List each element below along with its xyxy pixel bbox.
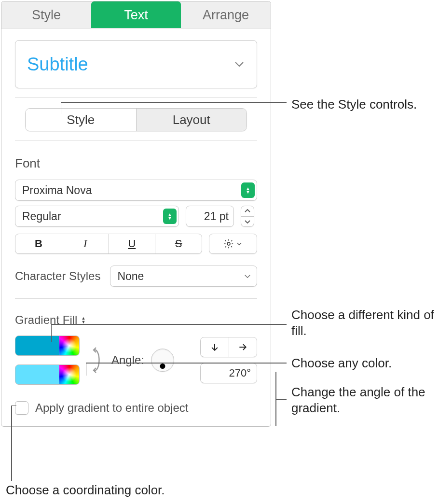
- character-styles-label: Character Styles: [15, 269, 100, 283]
- callout-coord: Choose a coordinating color.: [6, 483, 165, 498]
- tab-arrange[interactable]: Arrange: [181, 1, 271, 28]
- arrow-down-icon: [210, 342, 220, 352]
- gradient-color-2-well[interactable]: [15, 364, 59, 385]
- font-section-label: Font: [15, 156, 257, 171]
- tab-text[interactable]: Text: [91, 1, 181, 28]
- divider: [15, 97, 257, 98]
- top-tabs: Style Text Arrange: [1, 1, 271, 28]
- divider: [15, 298, 257, 299]
- chevron-down-icon: [236, 240, 243, 247]
- advanced-options-button[interactable]: [209, 234, 257, 254]
- svg-point-0: [227, 242, 230, 245]
- stepper-up[interactable]: [241, 206, 254, 216]
- arrow-right-icon: [238, 342, 247, 352]
- font-family-popup[interactable]: Proxima Nova ▲▼: [15, 180, 257, 201]
- chevron-down-icon: [243, 272, 252, 280]
- callout-style: See the Style controls.: [291, 97, 417, 112]
- character-style-value: None: [117, 270, 144, 283]
- color-wheel-2-button[interactable]: [59, 364, 80, 385]
- font-size-stepper[interactable]: [241, 206, 254, 227]
- callout-anycolor: Choose any color.: [291, 355, 392, 371]
- callout-angle: Change the angle of the gradient.: [291, 384, 439, 416]
- font-style-buttons: B I U S: [15, 234, 202, 254]
- underline-button[interactable]: U: [109, 234, 155, 253]
- gear-icon: [223, 238, 234, 249]
- font-size-value: 21 pt: [204, 210, 229, 223]
- updown-icon: ▲▼: [241, 182, 255, 198]
- paragraph-style-popup[interactable]: Subtitle: [15, 40, 257, 88]
- paragraph-style-label: Subtitle: [27, 54, 88, 75]
- apply-gradient-label: Apply gradient to entire object: [35, 401, 189, 415]
- italic-button[interactable]: I: [62, 234, 109, 253]
- font-family-value: Proxima Nova: [22, 184, 92, 197]
- callout-fill: Choose a different kind of fill.: [291, 307, 439, 338]
- tab-style[interactable]: Style: [1, 1, 91, 28]
- bold-button[interactable]: B: [15, 234, 62, 253]
- font-size-field[interactable]: 21 pt: [186, 206, 234, 227]
- divider: [15, 140, 257, 140]
- font-style-value: Regular: [22, 210, 61, 223]
- chevron-down-icon: [233, 58, 245, 70]
- character-style-popup[interactable]: None: [110, 266, 257, 287]
- updown-icon: ▲▼: [163, 209, 177, 224]
- strikethrough-button[interactable]: S: [155, 234, 202, 253]
- font-style-popup[interactable]: Regular ▲▼: [15, 206, 179, 227]
- stepper-down[interactable]: [241, 216, 254, 227]
